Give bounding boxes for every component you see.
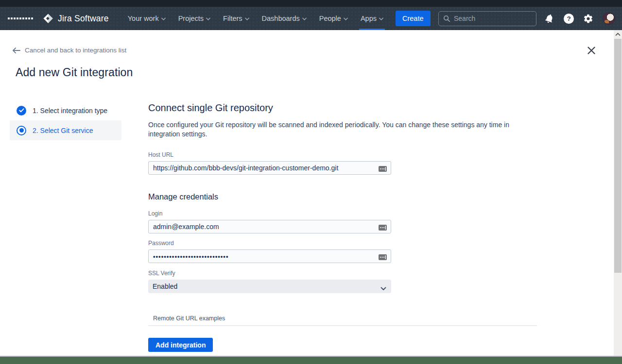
select-chevron-icon (380, 284, 386, 293)
password-field-wrap (148, 249, 391, 263)
autofill-icon[interactable] (379, 224, 387, 230)
screen: Jira Software Your work Projects Filters… (0, 0, 622, 364)
add-integration-button[interactable]: Add integration (148, 338, 213, 352)
chevron-down-icon (161, 17, 166, 20)
nav-item-label: Your work (128, 15, 159, 22)
step-select-integration-type[interactable]: 1. Select integration type (10, 100, 121, 120)
nav-item-projects[interactable]: Projects (172, 7, 217, 30)
ssl-verify-label: SSL Verify (148, 270, 537, 277)
back-to-integrations-link[interactable]: Cancel and back to integrations list (12, 47, 126, 54)
login-label: Login (148, 210, 537, 217)
chevron-down-icon (302, 17, 307, 20)
close-icon[interactable] (586, 45, 597, 56)
search-input[interactable] (454, 15, 527, 22)
main-form-panel: Connect single Git repository Once confi… (148, 102, 537, 352)
autofill-icon[interactable] (379, 165, 387, 171)
back-link-label: Cancel and back to integrations list (25, 47, 126, 54)
login-field-wrap (148, 220, 391, 233)
help-glyph: ? (567, 15, 570, 22)
nav-item-filters[interactable]: Filters (217, 7, 255, 30)
page-title: Add new Git integration (16, 66, 133, 79)
step-label: 2. Select Git service (33, 127, 93, 134)
nav-item-your-work[interactable]: Your work (121, 7, 172, 30)
ssl-verify-value: Enabled (148, 280, 391, 293)
nav-item-label: Projects (178, 15, 204, 22)
help-icon[interactable]: ? (564, 14, 574, 24)
chevron-down-icon (245, 17, 249, 20)
chevron-down-icon (206, 17, 210, 20)
jira-navbar: Jira Software Your work Projects Filters… (0, 7, 622, 30)
scrollbar-up-icon[interactable] (614, 30, 622, 38)
password-label: Password (148, 240, 537, 247)
stepper: 1. Select integration type 2. Select Git… (10, 100, 121, 140)
nav-menu: Your work Projects Filters Dashboards Pe… (121, 7, 390, 30)
credentials-title: Manage credentials (148, 192, 537, 201)
autofill-icon[interactable] (379, 253, 387, 259)
check-icon (17, 106, 26, 116)
section-title: Connect single Git repository (148, 102, 537, 114)
nav-item-label: People (319, 15, 341, 22)
scrollbar-thumb[interactable] (614, 39, 622, 273)
chevron-down-icon (344, 17, 348, 20)
radio-selected-icon (17, 126, 26, 135)
step-select-git-service[interactable]: 2. Select Git service (10, 120, 121, 140)
navbar-right-icons: ? (544, 12, 615, 25)
jira-logo-icon (43, 13, 53, 24)
window-top-strip (0, 0, 622, 7)
host-url-label: Host URL (148, 151, 537, 158)
password-input[interactable] (148, 249, 391, 263)
app-switcher-icon[interactable] (8, 17, 33, 19)
back-arrow-icon (12, 47, 20, 54)
nav-item-label: Filters (223, 15, 242, 22)
logo-text: Jira Software (58, 14, 109, 24)
step-label: 1. Select integration type (33, 107, 107, 115)
host-url-field-wrap (148, 161, 391, 175)
avatar[interactable] (603, 12, 615, 25)
nav-item-apps[interactable]: Apps (354, 7, 390, 30)
notifications-icon[interactable] (544, 14, 554, 24)
jira-logo[interactable]: Jira Software (43, 13, 109, 24)
divider (148, 325, 537, 326)
vertical-scrollbar[interactable] (614, 30, 622, 356)
chevron-down-icon (379, 17, 383, 20)
search-icon (443, 15, 450, 22)
nav-item-label: Dashboards (262, 15, 300, 22)
nav-item-dashboards[interactable]: Dashboards (256, 7, 313, 30)
nav-item-label: Apps (361, 15, 377, 22)
remote-git-url-examples-toggle[interactable]: Remote Git URL examples (148, 315, 537, 322)
host-url-input[interactable] (148, 161, 391, 175)
settings-icon[interactable] (583, 14, 593, 24)
ssl-verify-select[interactable]: Enabled (148, 280, 391, 293)
login-input[interactable] (148, 220, 391, 233)
search-box[interactable] (438, 11, 536, 26)
section-description: Once configured your Git repository will… (148, 120, 510, 139)
nav-item-people[interactable]: People (313, 7, 354, 30)
taskbar-strip (0, 356, 622, 364)
create-button[interactable]: Create (396, 11, 431, 26)
